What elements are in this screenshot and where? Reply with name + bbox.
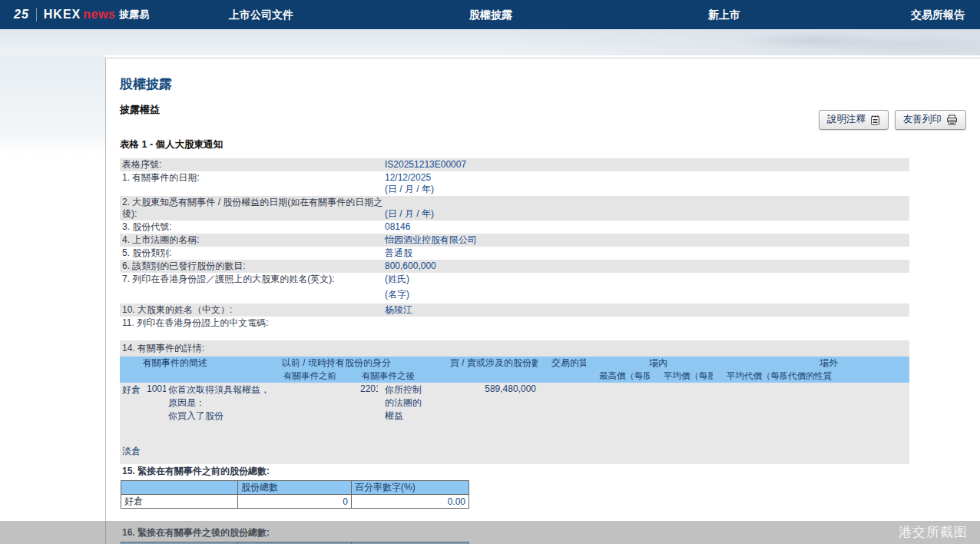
percentage-before-value: 0.00 — [352, 495, 469, 509]
form-rows: 表格序號: IS20251213E00007 1. 有關事件的日期: 12/12… — [120, 158, 909, 330]
long-position-label: 好倉 — [121, 495, 238, 509]
hkex-wordmark: HKEX — [44, 8, 81, 22]
col-header-off-market: 場外 — [713, 357, 909, 370]
logo-chinese-label: 披露易 — [119, 8, 149, 22]
printer-friendly-label: 友善列印 — [903, 113, 942, 126]
notes-icon — [870, 114, 880, 125]
col-header-consideration-nature: 代價的性質 — [786, 370, 909, 383]
row-value: 12/12/2025(日 / 月 / 年) — [385, 172, 909, 195]
toolbar: 說明注釋 友善列印 — [819, 110, 966, 130]
long-position-label: 好倉 — [120, 383, 141, 423]
row-value-line1: (姓氏) — [385, 274, 409, 284]
row-value: 800,600,000 — [385, 260, 909, 272]
row-value-line2: (日 / 月 / 年) — [385, 184, 909, 195]
content-panel: 股權披露 披露權益 說明注釋 友善列印 表格 1 - 個人大股東通知 表格序號:… — [105, 58, 980, 544]
left-background — [0, 55, 105, 155]
form-row-stock-code: 3. 股份代號: 08146 — [120, 221, 909, 234]
explanatory-notes-label: 說明注釋 — [827, 113, 866, 126]
col-header-event-description: 有關事件的簡述 — [120, 357, 276, 370]
row-label: 1. 有關事件的日期: — [120, 172, 385, 195]
hkexnews-logo[interactable]: 25 HKEX news 披露易 — [14, 0, 149, 29]
row-label: 4. 上市法團的名稱: — [120, 234, 385, 246]
page: 25 HKEX news 披露易 上市公司文件 股權披露 新上市 交易所報告 股… — [0, 0, 980, 544]
totals-before-table: 股份總數 百分率數字(%) 好倉 0 0.00 — [121, 480, 469, 509]
row-value: 08146 — [385, 221, 909, 233]
row-value: (姓氏)(名字) — [385, 274, 909, 300]
printer-friendly-button[interactable]: 友善列印 — [895, 110, 966, 130]
news-wordmark: news — [83, 8, 115, 22]
form-row-share-class: 5. 股份類別: 普通股 — [120, 247, 909, 260]
capacity-code: 2201 — [353, 383, 378, 423]
row-value: 普通股 — [385, 247, 909, 259]
row-label: 10. 大股東的姓名（中文）: — [120, 304, 385, 316]
col-header-highest-price: 最高價（每股） — [586, 370, 650, 383]
event-description-line1: 你首次取得須具報權益，原因是： — [168, 384, 270, 408]
explanatory-notes-button[interactable]: 說明注釋 — [819, 110, 889, 130]
banner-texture — [504, 29, 980, 55]
form-row-english-name: 7. 列印在香港身份證／護照上的大股東的姓名(英文): (姓氏)(名字) — [120, 273, 909, 304]
row-label: 7. 列印在香港身份證／護照上的大股東的姓名(英文): — [120, 274, 385, 300]
table-row: 好倉 0 0.00 — [121, 495, 469, 509]
short-position-label: 淡倉 — [120, 423, 909, 459]
event-details-body: 好倉 1001 你首次取得須具報權益，原因是：你買入了股份 2201 你所控制的… — [120, 383, 909, 464]
row-value: IS20251213E00007 — [385, 159, 909, 171]
logo-divider — [36, 8, 37, 22]
form-row-corporation-name: 4. 上市法團的名稱: 怡园酒业控股有限公司 — [120, 234, 909, 247]
row-value: (日 / 月 / 年) — [385, 197, 909, 220]
shares-involved-value: 589,480,000 — [430, 383, 538, 423]
row-label: 6. 該類別的已發行股份的數目: — [120, 260, 385, 272]
col-header-average-price: 平均價（每股） — [650, 370, 713, 383]
col-header-on-market: 場內 — [586, 357, 713, 370]
col-header-shares-involved: 買 / 賣或涉及的股份數目 — [430, 357, 538, 370]
watermark-text: 港交所截图 — [899, 523, 968, 541]
row-label: 表格序號: — [120, 159, 385, 171]
col-header-capacity: 以前 / 現時持有股份的身分 — [276, 357, 430, 370]
event-description-line2: 你買入了股份 — [168, 410, 274, 423]
capacity-description: 你所控制的法團的權益 — [378, 383, 430, 423]
row-label: 2. 大股東知悉有關事件 / 股份權益的日期(如在有關事件的日期之後): — [120, 197, 385, 220]
nav-item-new-listings[interactable]: 新上市 — [708, 0, 740, 29]
form-row-event-date: 1. 有關事件的日期: 12/12/2025(日 / 月 / 年) — [120, 171, 909, 196]
watermark-bar: 港交所截图 — [0, 521, 980, 544]
event-description: 你首次取得須具報權益，原因是：你買入了股份 — [166, 383, 276, 423]
col-header-before-event: 有關事件之前 — [276, 370, 353, 383]
printer-icon — [946, 114, 958, 125]
banner-image — [0, 29, 980, 55]
total-shares-before-value: 0 — [238, 495, 352, 509]
nav-item-listed-company-documents[interactable]: 上市公司文件 — [229, 0, 293, 29]
col-header-percentage: 百分率數字(%) — [352, 481, 469, 495]
form-row-ccc-code: 11. 列印在香港身份證上的中文電碼: — [120, 317, 909, 330]
form-title: 表格 1 - 個人大股東通知 — [120, 138, 966, 151]
row-value-line1: 12/12/2025 — [385, 172, 431, 183]
row-value: 怡园酒业控股有限公司 — [385, 234, 909, 246]
row-value: 杨陵江 — [385, 304, 909, 316]
anniversary-25-icon: 25 — [14, 8, 29, 22]
row-label: 5. 股份類別: — [120, 247, 385, 259]
blank-header-cell — [121, 481, 238, 495]
top-navbar: 25 HKEX news 披露易 上市公司文件 股權披露 新上市 交易所報告 — [0, 0, 980, 29]
event-code: 1001 — [141, 383, 166, 423]
form-row-aware-date: 2. 大股東知悉有關事件 / 股份權益的日期(如在有關事件的日期之後): (日 … — [120, 196, 909, 221]
row-value — [385, 317, 909, 329]
section-15-label: 15. 緊接在有關事件之前的股份總數: — [120, 465, 966, 478]
form-row-serial: 表格序號: IS20251213E00007 — [120, 158, 909, 171]
form-row-chinese-name: 10. 大股東的姓名（中文）: 杨陵江 — [120, 304, 909, 317]
nav-item-disclosure-of-interests[interactable]: 股權披露 — [469, 0, 512, 29]
event-details-row: 好倉 1001 你首次取得須具報權益，原因是：你買入了股份 2201 你所控制的… — [120, 383, 909, 423]
row-label: 3. 股份代號: — [120, 221, 385, 233]
form-row-issued-shares: 6. 該類別的已發行股份的數目: 800,600,000 — [120, 260, 909, 273]
row-label: 11. 列印在香港身份證上的中文電碼: — [120, 317, 385, 329]
col-header-average-consideration: 平均代價（每股） — [713, 370, 786, 383]
section-14-label: 14. 有關事件的詳情: — [120, 340, 909, 357]
page-title: 股權披露 — [120, 75, 966, 93]
col-header-after-event: 有關事件之後 — [353, 370, 430, 383]
col-header-total-shares: 股份總數 — [238, 481, 352, 495]
nav-item-exchange-reports[interactable]: 交易所報告 — [911, 0, 965, 29]
capacity-before-cell — [276, 383, 353, 423]
event-details-header: 有關事件的簡述 以前 / 現時持有股份的身分 買 / 賣或涉及的股份數目 交易的… — [120, 357, 909, 383]
col-header-currency: 交易的貨幣 — [538, 357, 586, 370]
row-value-line2: (名字) — [385, 289, 909, 300]
